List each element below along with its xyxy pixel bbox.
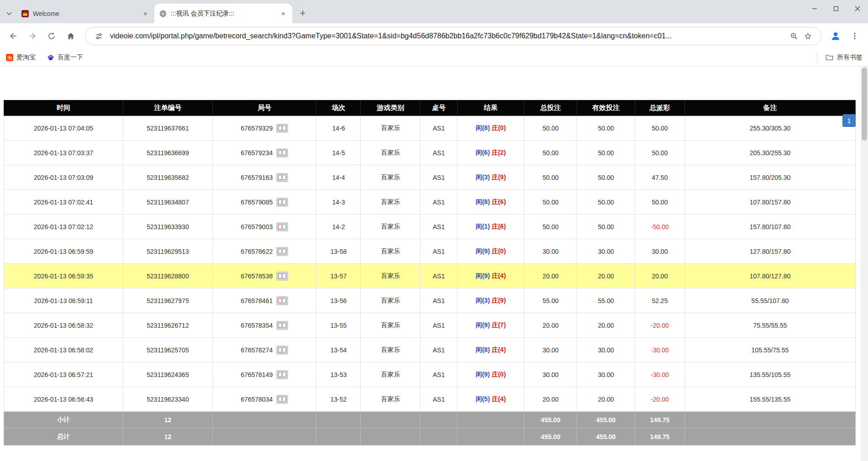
cell-payout: -30.00 bbox=[635, 338, 684, 362]
close-button[interactable] bbox=[847, 0, 868, 17]
cell-total-bet[interactable]: 50.00 bbox=[524, 165, 577, 190]
round-result-cards-icon[interactable] bbox=[276, 395, 288, 404]
cell-table-no: AS1 bbox=[420, 215, 457, 239]
round-result-cards-icon[interactable] bbox=[276, 148, 288, 157]
cell-session: 14-3 bbox=[316, 190, 361, 215]
maximize-button[interactable] bbox=[825, 0, 847, 17]
cell-total-bet[interactable]: 20.00 bbox=[524, 313, 577, 338]
result-banker: 庄(0) bbox=[492, 124, 506, 131]
pagination-page-1-top[interactable]: 1 bbox=[842, 114, 856, 127]
bookmark-baidu[interactable]: 百度一下 bbox=[47, 53, 83, 62]
cell-total-bet[interactable]: 20.00 bbox=[524, 264, 577, 288]
tab-close-icon[interactable]: × bbox=[141, 9, 150, 18]
table-row: 2026-01-13 06:58:32 523119626712 6765783… bbox=[4, 313, 856, 338]
cell-bet-id: 523119633930 bbox=[123, 215, 213, 239]
cell-remark: 107.80/157.80 bbox=[684, 190, 855, 215]
cell-total-bet[interactable]: 55.00 bbox=[524, 288, 577, 313]
cell-time: 2026-01-13 07:02:41 bbox=[4, 190, 123, 215]
welcome-favicon-icon bbox=[21, 10, 29, 18]
forward-button[interactable] bbox=[23, 26, 42, 46]
zoom-icon[interactable] bbox=[787, 29, 801, 43]
all-bookmarks-label: 所有书签 bbox=[837, 53, 863, 62]
cell-remark: 55.55/107.80 bbox=[684, 288, 855, 313]
total-count: 12 bbox=[123, 429, 213, 445]
column-header: 总投注 bbox=[524, 100, 577, 116]
cell-total-bet[interactable]: 50.00 bbox=[524, 215, 577, 239]
cell-game-type: 百家乐 bbox=[361, 313, 421, 338]
tab-close-icon[interactable]: × bbox=[279, 9, 288, 18]
back-button[interactable] bbox=[4, 26, 23, 46]
table-row: 2026-01-13 07:03:09 523119635682 6765791… bbox=[4, 165, 856, 190]
round-result-cards-icon[interactable] bbox=[276, 173, 288, 182]
result-player: 闲(6) bbox=[476, 149, 490, 156]
tab-bet-record[interactable]: :::视讯 会员下注纪录::: × bbox=[154, 4, 292, 23]
round-result-cards-icon[interactable] bbox=[276, 272, 288, 281]
minimize-button[interactable] bbox=[804, 0, 825, 17]
site-controls-icon[interactable] bbox=[92, 29, 105, 43]
cell-total-bet[interactable]: 30.00 bbox=[524, 239, 577, 264]
cell-bet-id: 523119637661 bbox=[123, 116, 213, 141]
round-number: 676578274 bbox=[241, 346, 273, 354]
cell-session: 13-53 bbox=[316, 362, 361, 387]
cell-total-bet[interactable]: 50.00 bbox=[524, 141, 577, 165]
cell-total-bet[interactable]: 30.00 bbox=[524, 338, 577, 362]
cell-session: 13-57 bbox=[316, 264, 361, 288]
bookmark-star-icon[interactable] bbox=[801, 29, 815, 43]
cell-bet-id: 523119627975 bbox=[123, 288, 213, 313]
cell-total-bet[interactable]: 20.00 bbox=[524, 387, 577, 412]
tab-welcome[interactable]: Welcome × bbox=[16, 4, 154, 23]
cell-bet-id: 523119635682 bbox=[123, 165, 213, 190]
vertical-scrollbar[interactable] bbox=[861, 66, 868, 461]
subtotal-count: 12 bbox=[123, 412, 213, 429]
cell-total-bet[interactable]: 50.00 bbox=[524, 190, 577, 215]
bookmark-taobao[interactable]: 淘 爱淘宝 bbox=[5, 53, 36, 62]
refresh-button[interactable] bbox=[42, 26, 61, 46]
home-button[interactable] bbox=[61, 26, 80, 46]
profile-avatar[interactable] bbox=[826, 26, 845, 46]
round-result-cards-icon[interactable] bbox=[276, 370, 288, 379]
round-result-cards-icon[interactable] bbox=[276, 321, 288, 330]
result-player: 闲(1) bbox=[476, 223, 490, 230]
cell-session: 14-4 bbox=[316, 165, 361, 190]
tab-title: :::视讯 会员下注纪录::: bbox=[171, 10, 275, 18]
table-row: 2026-01-13 06:59:59 523119629513 6765786… bbox=[4, 239, 856, 264]
refresh-icon bbox=[47, 31, 56, 41]
round-result-cards-icon[interactable] bbox=[276, 198, 288, 207]
cell-time: 2026-01-13 06:56:43 bbox=[4, 387, 123, 412]
cell-game-type: 百家乐 bbox=[361, 264, 421, 288]
column-header: 有效投注 bbox=[577, 100, 635, 116]
cell-total-bet[interactable]: 50.00 bbox=[524, 116, 577, 141]
round-result-cards-icon[interactable] bbox=[276, 222, 288, 231]
address-bar[interactable]: videoie.com/ipl/portal.php/game/betrecor… bbox=[85, 27, 821, 45]
cell-game-type: 百家乐 bbox=[361, 165, 421, 190]
round-result-cards-icon[interactable] bbox=[276, 124, 288, 133]
browser-menu-button[interactable] bbox=[845, 26, 864, 46]
cell-valid-bet: 30.00 bbox=[577, 239, 635, 264]
cell-result: 闲(6) 庄(2) bbox=[458, 141, 524, 165]
cell-time: 2026-01-13 06:58:32 bbox=[4, 313, 123, 338]
all-bookmarks[interactable]: 所有书签 bbox=[817, 52, 863, 63]
cell-game-type: 百家乐 bbox=[361, 239, 421, 264]
round-result-cards-icon[interactable] bbox=[276, 346, 288, 355]
table-row: 2026-01-13 07:04:05 523119637661 6765793… bbox=[4, 116, 856, 141]
cell-remark: 127.80/157.80 bbox=[684, 239, 855, 264]
cell-table-no: AS1 bbox=[420, 190, 457, 215]
round-result-cards-icon[interactable] bbox=[276, 247, 288, 256]
cell-result: 闲(3) 庄(9) bbox=[458, 165, 524, 190]
cell-result: 闲(3) 庄(9) bbox=[458, 288, 524, 313]
cell-result: 闲(9) 庄(0) bbox=[458, 362, 524, 387]
cell-total-bet[interactable]: 30.00 bbox=[524, 362, 577, 387]
tab-search-chevron-icon[interactable] bbox=[2, 4, 16, 23]
column-header: 游戏类别 bbox=[361, 100, 421, 116]
cell-valid-bet: 20.00 bbox=[577, 387, 635, 412]
result-banker: 庄(0) bbox=[492, 371, 506, 378]
round-number: 676579163 bbox=[241, 174, 273, 181]
url-text[interactable]: videoie.com/ipl/portal.php/game/betrecor… bbox=[110, 32, 787, 40]
cell-round: 676579163 bbox=[212, 165, 316, 190]
total-label: 总计 bbox=[4, 429, 123, 445]
new-tab-button[interactable]: + bbox=[296, 6, 310, 20]
round-result-cards-icon[interactable] bbox=[276, 296, 288, 305]
scrollbar-thumb[interactable] bbox=[862, 68, 867, 141]
cell-remark: 157.80/205.30 bbox=[684, 165, 855, 190]
cell-round: 676578538 bbox=[212, 264, 316, 288]
